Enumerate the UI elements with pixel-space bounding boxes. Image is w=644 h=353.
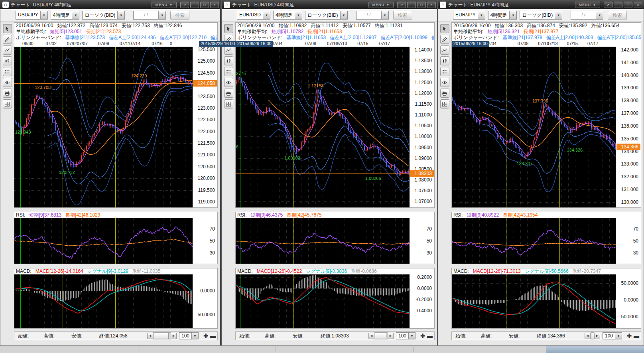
bar-count-select[interactable]: 100▼: [603, 332, 622, 339]
rsi-chart-area[interactable]: [14, 218, 193, 264]
chevron-down-icon[interactable]: ▼: [263, 11, 270, 19]
rsi-chart-canvas[interactable]: [14, 218, 193, 264]
timeframe-select[interactable]: 4時間足▼: [51, 11, 80, 20]
date-input[interactable]: / /▼: [133, 11, 166, 20]
layout-button[interactable]: [440, 99, 449, 108]
scrollbar-thumb[interactable]: [154, 333, 169, 339]
indicator-settings-button[interactable]: [3, 67, 12, 76]
zoom-out-button[interactable]: ▬: [633, 333, 640, 339]
rsi-chart-area[interactable]: [236, 218, 410, 264]
indicator-tool-button[interactable]: [440, 45, 449, 55]
ohlc-display-button[interactable]: [440, 56, 449, 65]
popout-button[interactable]: ↗: [180, 2, 189, 8]
layout-button[interactable]: [3, 99, 12, 108]
menu-button[interactable]: MENU▼: [368, 2, 394, 8]
chevron-down-icon[interactable]: ▼: [40, 11, 47, 19]
search-button[interactable]: 検索: [608, 11, 627, 20]
chevron-down-icon[interactable]: ▼: [509, 11, 516, 19]
minimize-button[interactable]: —: [614, 2, 622, 8]
maximize-button[interactable]: □: [624, 2, 632, 8]
scroll-left-button[interactable]: ◀: [368, 333, 374, 339]
zoom-in-button[interactable]: ✚: [419, 333, 426, 339]
chevron-down-icon[interactable]: ▼: [158, 11, 165, 19]
scrollbar-track[interactable]: [591, 332, 594, 339]
macd-chart-area[interactable]: [452, 274, 616, 328]
scrollbar-track[interactable]: [374, 332, 388, 339]
style-select[interactable]: ローソク(BID)▼: [82, 11, 125, 20]
scroll-right-button[interactable]: ▶: [594, 333, 600, 339]
ohlc-display-button[interactable]: [224, 56, 233, 65]
date-input[interactable]: / /▼: [356, 11, 389, 20]
macd-chart-canvas[interactable]: [14, 274, 193, 328]
chevron-down-icon[interactable]: ▼: [555, 11, 562, 19]
scrollbar-thumb[interactable]: [591, 333, 595, 339]
pair-select[interactable]: USD/JPY▼: [16, 11, 48, 20]
cursor-tool-button[interactable]: [440, 24, 449, 33]
main-chart-area[interactable]: 27751.121581.091631.082666: [236, 47, 410, 207]
macd-chart-area[interactable]: [236, 274, 410, 328]
minimize-button[interactable]: —: [407, 2, 416, 8]
zoom-in-button[interactable]: ✚: [626, 333, 632, 339]
chart-scrollbar[interactable]: ◀ ▶: [585, 333, 600, 339]
pair-select[interactable]: EUR/JPY▼: [453, 11, 485, 20]
titlebar[interactable]: ∩ チャート: EUR/JPY 4時間足 MENU▼ ↗ — □ ×: [438, 0, 644, 9]
date-input[interactable]: / /▼: [571, 11, 603, 20]
visibility-button[interactable]: [3, 78, 12, 87]
chevron-down-icon[interactable]: ▼: [117, 11, 124, 19]
indicator-tool-button[interactable]: [224, 45, 233, 55]
titlebar[interactable]: ∩ チャート: EUR/USD 4時間足 MENU▼ ↗ — □ ×: [222, 0, 437, 9]
indicator-settings-button[interactable]: [224, 67, 233, 76]
chart-scrollbar[interactable]: ◀ ▶: [368, 333, 394, 339]
draw-tool-button[interactable]: [440, 35, 449, 44]
print-button[interactable]: [3, 89, 12, 98]
scroll-left-button[interactable]: ◀: [147, 333, 153, 339]
close-button[interactable]: ×: [210, 2, 219, 8]
scrollbar-thumb[interactable]: [375, 333, 386, 339]
chevron-down-icon[interactable]: ▼: [596, 11, 603, 19]
cursor-tool-button[interactable]: [224, 24, 233, 33]
chevron-down-icon[interactable]: ▼: [615, 332, 622, 339]
cursor-tool-button[interactable]: [3, 24, 12, 33]
bar-count-select[interactable]: 100▼: [179, 332, 199, 339]
zoom-in-button[interactable]: ✚: [203, 333, 209, 339]
search-button[interactable]: 検索: [393, 11, 412, 20]
indicator-settings-button[interactable]: [440, 67, 449, 76]
scroll-right-button[interactable]: ▶: [388, 333, 394, 339]
maximize-button[interactable]: □: [200, 2, 209, 8]
rsi-chart-area[interactable]: [452, 218, 616, 264]
popout-button[interactable]: ↗: [397, 2, 406, 8]
search-button[interactable]: 検索: [170, 11, 189, 20]
minimize-button[interactable]: —: [190, 2, 199, 8]
close-button[interactable]: ×: [427, 2, 436, 8]
main-chart-canvas[interactable]: [452, 47, 616, 207]
popout-button[interactable]: ↗: [604, 2, 612, 8]
chevron-down-icon[interactable]: ▼: [192, 332, 199, 339]
chevron-down-icon[interactable]: ▼: [72, 11, 79, 19]
scrollbar-track[interactable]: [153, 332, 171, 339]
visibility-button[interactable]: [440, 78, 449, 87]
zoom-out-button[interactable]: ▬: [210, 333, 216, 339]
print-button[interactable]: [224, 89, 233, 98]
close-button[interactable]: ×: [634, 2, 642, 8]
timeframe-select[interactable]: 4時間足▼: [273, 11, 302, 20]
timeframe-select[interactable]: 4時間足▼: [488, 11, 517, 20]
chevron-down-icon[interactable]: ▼: [478, 11, 485, 19]
macd-chart-area[interactable]: [14, 274, 193, 328]
scroll-left-button[interactable]: ◀: [585, 333, 591, 339]
titlebar[interactable]: ∩ チャート: USD/JPY 4時間足 MENU▼ ↗ — □ ×: [0, 0, 220, 9]
main-chart-canvas[interactable]: [14, 47, 193, 207]
menu-button[interactable]: MENU▼: [152, 2, 177, 8]
style-select[interactable]: ローソク(BID)▼: [305, 11, 348, 20]
bar-count-select[interactable]: 100▼: [396, 332, 416, 339]
print-button[interactable]: [440, 89, 449, 98]
main-chart-area[interactable]: 123.708124.229121.943120.412: [14, 47, 193, 207]
visibility-button[interactable]: [224, 78, 233, 87]
maximize-button[interactable]: □: [417, 2, 426, 8]
scroll-right-button[interactable]: ▶: [171, 333, 177, 339]
main-chart-canvas[interactable]: [236, 47, 410, 207]
macd-chart-canvas[interactable]: [452, 274, 616, 328]
macd-chart-canvas[interactable]: [236, 274, 410, 328]
rsi-chart-canvas[interactable]: [452, 218, 616, 264]
draw-tool-button[interactable]: [3, 35, 12, 44]
chevron-down-icon[interactable]: ▼: [340, 11, 347, 19]
